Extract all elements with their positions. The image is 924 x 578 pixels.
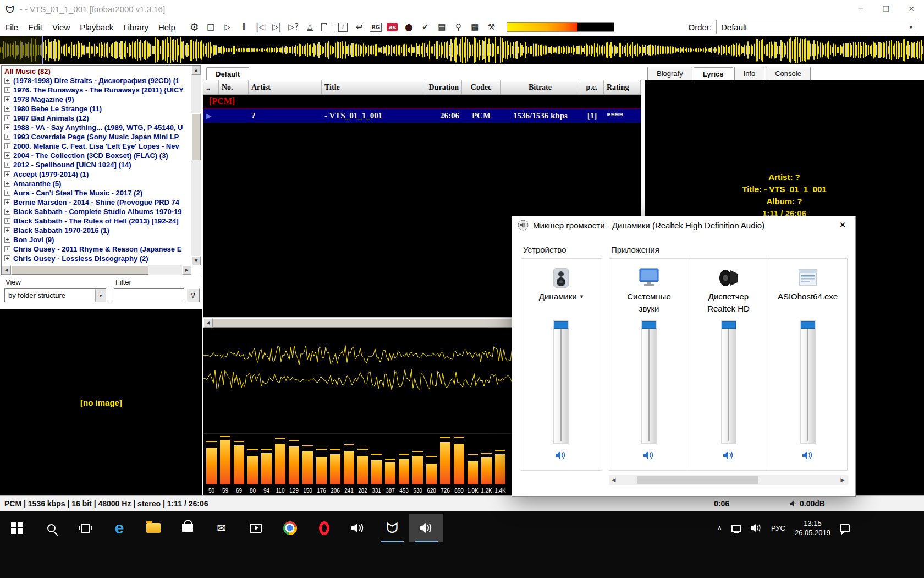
taskbar-file-explorer[interactable] [136, 514, 170, 542]
chevron-down-icon[interactable]: ▾ [95, 289, 106, 302]
tools-icon[interactable]: ⚒ [484, 20, 499, 34]
menu-view[interactable]: View [47, 23, 75, 32]
taskbar-mail[interactable]: ✉ [205, 514, 239, 542]
column-header-bitrate[interactable]: Bitrate [501, 80, 580, 94]
minimize-button[interactable]: ─ [848, 0, 873, 18]
tree-item[interactable]: +Black Sabbath 1970-2016 (1) [3, 226, 190, 235]
expand-icon[interactable]: + [4, 96, 10, 102]
lastfm-icon[interactable]: as [385, 20, 400, 34]
scrollbar-thumb[interactable] [213, 318, 521, 328]
playlist-track-row[interactable]: ▶ ? - VTS_01_1_001 26:06 PCM 1536/1536 k… [204, 108, 641, 123]
preferences-icon[interactable]: ⚙ [187, 20, 202, 34]
column-header-codec[interactable]: Codec [462, 80, 501, 94]
app-volume-slider[interactable] [641, 320, 657, 444]
app-volume-slider[interactable] [721, 320, 737, 444]
scroll-left-icon[interactable]: ◀ [609, 477, 619, 483]
replaygain-icon[interactable]: RG [369, 20, 383, 34]
column-header-playcount[interactable]: p.c. [580, 80, 604, 94]
scrollbar-thumb[interactable] [11, 265, 148, 275]
apps-horizontal-scrollbar[interactable]: ◀ ▶ [609, 475, 848, 485]
taskbar-edge[interactable]: e [102, 514, 136, 542]
mixer-close-button[interactable]: ✕ [830, 216, 855, 234]
expand-icon[interactable]: + [4, 152, 10, 159]
volume-slider[interactable] [507, 22, 614, 32]
expand-icon[interactable]: + [4, 106, 10, 112]
taskbar-movies-tv[interactable] [239, 514, 273, 542]
expand-icon[interactable]: + [4, 199, 10, 205]
tree-item[interactable]: +Aura - Can't Steal The Music - 2017 (2) [3, 188, 190, 198]
asiohost-window-icon[interactable] [797, 265, 819, 291]
filter-help-button[interactable]: ? [186, 288, 200, 302]
playlist-group-header[interactable]: [PCM] [204, 95, 641, 108]
tree-item[interactable]: +Black Sabbath - Complete Studio Albums … [3, 207, 190, 216]
expand-icon[interactable]: + [4, 218, 10, 224]
search-icon[interactable]: ⚲ [451, 20, 466, 34]
eject-icon[interactable]: △ [302, 20, 317, 34]
random-icon[interactable]: ▷? [286, 20, 301, 34]
taskbar-store[interactable] [170, 514, 205, 542]
tab-lyrics[interactable]: Lyrics [694, 67, 733, 80]
device-name[interactable]: Динамики ▾ [529, 291, 593, 318]
column-header-no[interactable]: No. [219, 80, 249, 94]
scrollbar-thumb[interactable] [191, 113, 201, 160]
tree-item[interactable]: +1980 Bebe Le Strange (11) [3, 104, 190, 113]
column-header-playing[interactable]: .. [204, 80, 219, 94]
expand-icon[interactable]: + [4, 124, 10, 130]
tab-biografy[interactable]: Biografy [647, 67, 692, 80]
scrollbar-thumb[interactable] [637, 476, 758, 484]
expand-icon[interactable]: + [4, 181, 10, 187]
menu-help[interactable]: Help [153, 23, 180, 32]
tree-item[interactable]: +Amaranthe (5) [3, 179, 190, 188]
taskbar-opera[interactable] [307, 514, 341, 542]
scroll-left-icon[interactable]: ◀ [2, 265, 11, 275]
seekbar-waveform[interactable] [0, 36, 924, 64]
taskbar-foobar2000[interactable]: ᗢ [375, 514, 409, 542]
tray-chevron-up-icon[interactable]: ∧ [717, 524, 722, 532]
tree-vertical-scrollbar[interactable]: ▲ ▼ [191, 66, 201, 265]
scroll-left-icon[interactable]: ◀ [204, 318, 213, 328]
scroll-down-icon[interactable]: ▼ [191, 256, 201, 265]
app-volume-slider[interactable] [800, 320, 816, 444]
stop-icon[interactable]: □ [204, 20, 218, 34]
tree-item[interactable]: +2004 - The Collection (3CD Boxset) (FLA… [3, 151, 190, 160]
language-indicator[interactable]: РУС [771, 524, 785, 532]
slider-thumb[interactable] [554, 321, 568, 329]
filter-input[interactable] [114, 288, 184, 302]
tray-clock[interactable]: 13:15 26.05.2019 [795, 519, 831, 537]
taskbar-audio-app[interactable] [341, 514, 375, 542]
media-library-icon[interactable]: ▤ [435, 20, 449, 34]
tree-item[interactable]: +Bernie Marsden - 2014 - Shine (Provogue… [3, 198, 190, 207]
action-center-icon[interactable] [840, 524, 850, 532]
convert-icon[interactable]: ↩ [352, 20, 367, 34]
app-mute-button[interactable] [723, 450, 735, 462]
properties-icon[interactable]: i [336, 20, 350, 34]
next-icon[interactable]: ▷| [270, 20, 284, 34]
menu-playback[interactable]: Playback [75, 23, 118, 32]
expand-icon[interactable]: + [4, 115, 10, 121]
view-dropdown[interactable]: by folder structure ▾ [4, 288, 106, 302]
expand-icon[interactable]: + [4, 246, 10, 252]
expand-icon[interactable]: + [4, 255, 10, 261]
seek-cursor[interactable] [42, 36, 43, 64]
tagging-icon[interactable]: ✔ [418, 20, 433, 34]
app-mute-button[interactable] [643, 450, 655, 462]
tree-item[interactable]: +Accept (1979-2014) (1) [3, 170, 190, 179]
expand-icon[interactable]: + [4, 87, 10, 93]
scroll-right-icon[interactable]: ▶ [182, 265, 191, 275]
tree-item[interactable]: +2000. Melanie C. Feat. Lisa 'Left Eye' … [3, 141, 190, 151]
tab-info[interactable]: Info [734, 67, 765, 80]
stop-after-current-icon[interactable]: ● [402, 20, 416, 34]
expand-icon[interactable]: + [4, 237, 10, 243]
tree-item[interactable]: +1976. The Runaways - The Runaways (2011… [3, 85, 190, 95]
tree-item[interactable]: +1993 Coverdale Page (Sony Music Japan M… [3, 132, 190, 141]
taskbar-search-button[interactable] [34, 514, 68, 542]
realtek-speaker-icon[interactable] [718, 265, 740, 291]
column-header-title[interactable]: Title [322, 80, 426, 94]
pause-icon[interactable]: Ⅱ [237, 20, 251, 34]
expand-icon[interactable]: + [4, 209, 10, 215]
menu-edit[interactable]: Edit [23, 23, 47, 32]
taskbar-volume-mixer[interactable] [409, 514, 443, 542]
previous-icon[interactable]: |◁ [253, 20, 268, 34]
close-button[interactable]: ✕ [899, 0, 924, 18]
chevron-down-icon[interactable]: ▾ [580, 291, 584, 303]
